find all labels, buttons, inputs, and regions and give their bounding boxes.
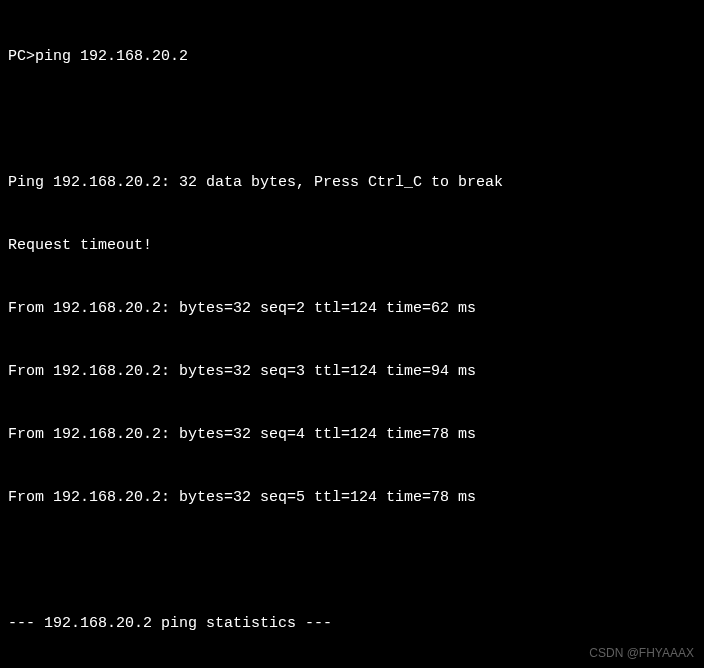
- terminal-line: Ping 192.168.20.2: 32 data bytes, Press …: [8, 172, 696, 193]
- terminal-line: [8, 550, 696, 571]
- watermark-text: CSDN @FHYAAAX: [589, 645, 694, 662]
- terminal-line: From 192.168.20.2: bytes=32 seq=4 ttl=12…: [8, 424, 696, 445]
- terminal-output[interactable]: PC>ping 192.168.20.2 Ping 192.168.20.2: …: [8, 4, 696, 668]
- terminal-line: From 192.168.20.2: bytes=32 seq=2 ttl=12…: [8, 298, 696, 319]
- terminal-line: From 192.168.20.2: bytes=32 seq=3 ttl=12…: [8, 361, 696, 382]
- terminal-line: [8, 109, 696, 130]
- terminal-line: From 192.168.20.2: bytes=32 seq=5 ttl=12…: [8, 487, 696, 508]
- terminal-line: PC>ping 192.168.20.2: [8, 46, 696, 67]
- terminal-line: --- 192.168.20.2 ping statistics ---: [8, 613, 696, 634]
- terminal-line: Request timeout!: [8, 235, 696, 256]
